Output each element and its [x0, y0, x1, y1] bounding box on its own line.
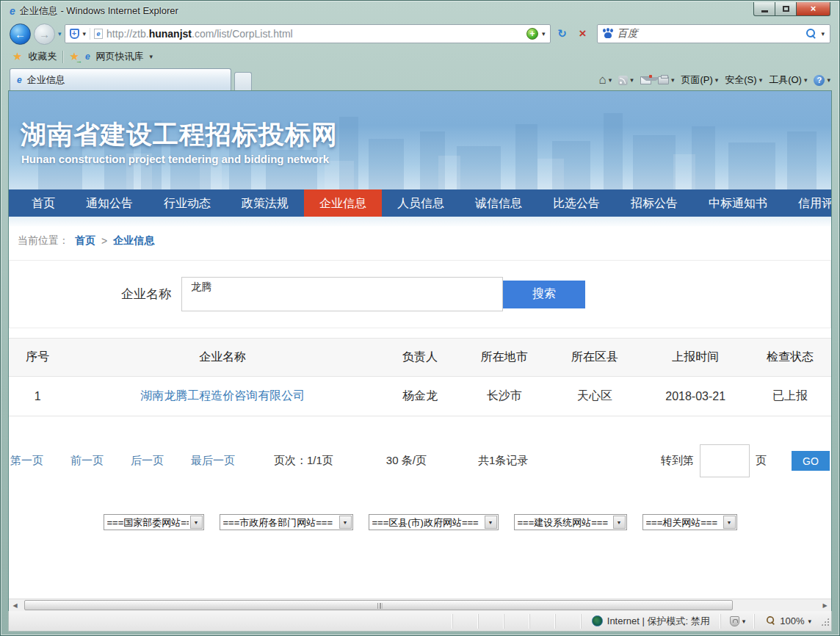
select-national-ministries[interactable]: ===国家部委网站===: [104, 514, 204, 530]
go-button[interactable]: GO: [792, 451, 830, 471]
breadcrumb: 当前位置： 首页 > 企业信息: [9, 226, 831, 256]
read-mail-button[interactable]: [640, 76, 651, 84]
web-page: 湖南省建设工程招标投标网 Hunan construction project …: [9, 91, 831, 599]
nav-item-tender[interactable]: 招标公告: [615, 189, 693, 217]
table-row: 1 湖南龙腾工程造价咨询有限公司 杨金龙 长沙市 天心区 2018-03-21 …: [9, 377, 831, 416]
address-options-dropdown[interactable]: ▾: [83, 30, 87, 37]
nav-item-industry[interactable]: 行业动态: [148, 189, 226, 217]
header-city: 所在地市: [461, 339, 548, 377]
feeds-button[interactable]: 网页快讯库: [96, 50, 144, 63]
minimize-icon: [761, 10, 768, 12]
resize-grip[interactable]: [820, 617, 830, 626]
page-menu-button[interactable]: 页面(P)▾: [681, 73, 718, 87]
zone-text: Internet | 保护模式: 禁用: [607, 615, 710, 628]
nav-item-personnel[interactable]: 人员信息: [382, 189, 460, 217]
main-nav: 首页 通知公告 行业动态 政策法规 企业信息 人员信息 诚信信息 比选公告 招标…: [9, 189, 831, 217]
search-dropdown[interactable]: ▾: [821, 30, 825, 37]
feeds-button[interactable]: ▾: [618, 76, 634, 85]
breadcrumb-label: 当前位置：: [18, 234, 69, 247]
baidu-icon: [603, 29, 613, 39]
scrollbar-thumb[interactable]: [24, 600, 733, 610]
security-dropdown-icon: ▾: [742, 618, 746, 625]
security-report-button[interactable]: ▾: [720, 614, 755, 629]
company-name-input[interactable]: [181, 277, 503, 311]
recent-pages-dropdown[interactable]: ▾: [58, 30, 62, 37]
tab-bar: e 企业信息 ⌂▾ ▾ ▾ 页面(P)▾ 安全(S)▾ 工具(O)▾ ?▾: [8, 67, 832, 90]
nav-item-home[interactable]: 首页: [16, 189, 70, 217]
window-controls: ×: [753, 2, 830, 16]
divider: [62, 51, 63, 63]
header-district: 所在区县: [548, 339, 642, 377]
favorites-bar: ★ 收藏夹 ★ e 网页快讯库 ▾: [8, 46, 832, 67]
first-page-link[interactable]: 第一页: [10, 454, 43, 468]
help-icon: ?: [814, 75, 825, 86]
tools-menu-button[interactable]: 工具(O)▾: [769, 73, 807, 87]
scroll-right-button[interactable]: ▶: [819, 599, 831, 611]
search-magnifier-icon[interactable]: [805, 29, 817, 40]
company-name-label: 企业名称: [121, 286, 171, 303]
nav-item-credit-rating[interactable]: 信用评价: [783, 189, 831, 217]
select-district-gov[interactable]: ===区县(市)政府网站===: [369, 514, 499, 530]
close-button[interactable]: ×: [797, 2, 830, 16]
security-zone: Internet | 保护模式: 禁用: [581, 614, 720, 629]
browser-search-box[interactable]: 百度 ▾: [597, 24, 830, 43]
home-icon: ⌂: [599, 75, 607, 85]
nav-item-company-info[interactable]: 企业信息: [304, 189, 382, 217]
next-page-link[interactable]: 后一页: [131, 454, 164, 468]
maximize-button[interactable]: [775, 2, 797, 16]
last-page-link[interactable]: 最后一页: [191, 454, 235, 468]
goto-unit: 页: [756, 454, 767, 468]
window-title: 企业信息 - Windows Internet Explorer: [20, 4, 178, 18]
search-provider-label: 百度: [618, 27, 638, 40]
prev-page-link[interactable]: 前一页: [70, 454, 104, 468]
address-bar[interactable]: + ▾ e http://ztb.hunanjst.com/list/CorpL…: [65, 24, 551, 43]
nav-item-comparison[interactable]: 比选公告: [537, 189, 615, 217]
minimize-button[interactable]: [753, 2, 775, 16]
goto-page-group: 转到第 页 GO: [661, 444, 830, 477]
back-button[interactable]: ←: [10, 24, 31, 45]
page-info: 页次：1/1页: [274, 454, 333, 468]
ie-icon: e: [85, 51, 90, 62]
url-text[interactable]: http://ztb.hunanjst.com/list/CorpList.ht…: [106, 28, 293, 40]
browser-viewport: 湖南省建设工程招标投标网 Hunan construction project …: [8, 90, 832, 611]
stop-button[interactable]: ×: [574, 24, 592, 43]
breadcrumb-separator: >: [101, 235, 107, 247]
safety-menu-button[interactable]: 安全(S)▾: [725, 73, 762, 87]
scroll-left-button[interactable]: ◀: [9, 599, 21, 611]
search-button[interactable]: 搜索: [503, 281, 585, 308]
safety-dropdown[interactable]: ▾: [542, 30, 546, 37]
breadcrumb-home-link[interactable]: 首页: [75, 234, 95, 247]
footer-link-selects: ===国家部委网站===▼ ===市政府各部门网站===▼ ===区县(市)政府…: [9, 514, 831, 530]
safety-check-icon[interactable]: +: [526, 28, 538, 40]
select-related-sites[interactable]: ===相关网站===: [642, 514, 737, 530]
add-favorite-icon[interactable]: ★: [69, 50, 79, 63]
site-subtitle: Hunan construction project tendering and…: [21, 153, 329, 165]
horizontal-scrollbar[interactable]: ◀ ▶: [9, 599, 831, 611]
company-link[interactable]: 湖南龙腾工程造价咨询有限公司: [140, 389, 305, 402]
help-button[interactable]: ?▾: [814, 75, 830, 86]
maximize-icon: [783, 6, 789, 12]
new-tab-button[interactable]: [234, 72, 252, 90]
favorites-button[interactable]: 收藏夹: [28, 50, 57, 63]
print-button[interactable]: ▾: [658, 76, 675, 84]
header-report-date: 上报时间: [642, 339, 749, 377]
feeds-dropdown-icon[interactable]: ▾: [150, 53, 153, 60]
nav-item-award-notice[interactable]: 中标通知书: [693, 189, 783, 217]
select-construction-sites[interactable]: ===建设系统网站===: [514, 514, 627, 530]
goto-page-input[interactable]: [700, 444, 750, 477]
zoom-control[interactable]: 100% ▾: [754, 614, 820, 629]
zoom-magnifier-icon: [766, 616, 775, 626]
nav-item-credit-info[interactable]: 诚信信息: [460, 189, 537, 217]
cell-status: 已上报: [749, 377, 831, 416]
home-button[interactable]: ⌂▾: [599, 75, 612, 85]
status-cell: [478, 614, 504, 629]
select-city-departments[interactable]: ===市政府各部门网站===: [220, 514, 353, 530]
refresh-button[interactable]: ↻: [554, 24, 571, 43]
tab-company-info[interactable]: e 企业信息: [10, 68, 231, 90]
shield-plus-icon[interactable]: +: [70, 29, 79, 39]
nav-item-notices[interactable]: 通知公告: [70, 189, 148, 217]
forward-button[interactable]: →: [34, 24, 55, 45]
nav-item-policy[interactable]: 政策法规: [226, 189, 304, 217]
scrollbar-grip: [375, 603, 382, 609]
company-search-panel: 企业名称 搜索: [9, 260, 831, 328]
